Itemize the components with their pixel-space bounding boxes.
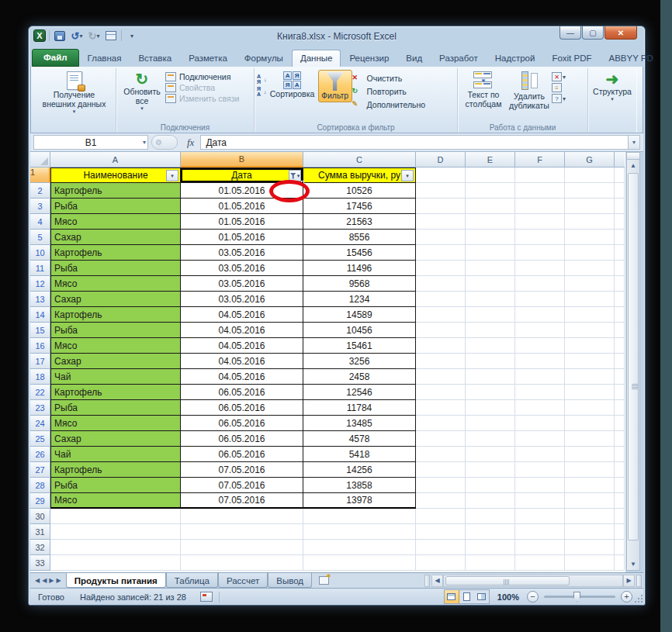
- cell-revenue-value[interactable]: 13858: [303, 478, 416, 493]
- empty-cell[interactable]: [515, 462, 565, 478]
- cell-revenue-value[interactable]: 13978: [303, 493, 416, 509]
- zoom-out-button[interactable]: −: [527, 591, 539, 603]
- consolidate-button[interactable]: ≡: [552, 83, 566, 92]
- ribbon-tab[interactable]: ABBYY PD: [601, 50, 662, 67]
- row-number[interactable]: 13: [30, 292, 50, 307]
- empty-cell[interactable]: [565, 447, 615, 462]
- empty-cell[interactable]: [416, 276, 466, 292]
- name-filter-dropdown-button[interactable]: ▾: [166, 170, 178, 181]
- empty-cell[interactable]: [515, 307, 565, 323]
- cell-revenue-value[interactable]: 2458: [303, 369, 416, 385]
- empty-cell[interactable]: [515, 400, 565, 416]
- empty-cell[interactable]: [565, 400, 615, 416]
- scroll-up-icon[interactable]: ▲: [627, 160, 639, 171]
- cell-date[interactable]: 07.05.2016: [181, 493, 303, 509]
- ribbon-tab[interactable]: Foxit PDF: [543, 50, 600, 67]
- ribbon-tab[interactable]: Файл: [32, 49, 79, 67]
- empty-cell[interactable]: [515, 369, 565, 385]
- cell-date[interactable]: [181, 524, 303, 540]
- column-header[interactable]: E: [466, 152, 515, 167]
- empty-cell[interactable]: [565, 276, 615, 292]
- cell-product-name[interactable]: Картофель: [50, 462, 181, 478]
- empty-cell[interactable]: [466, 261, 515, 276]
- cell-revenue-value[interactable]: [303, 555, 416, 571]
- empty-cell[interactable]: [416, 431, 466, 447]
- empty-cell[interactable]: [466, 307, 515, 323]
- cell-product-name[interactable]: [50, 509, 181, 524]
- empty-cell[interactable]: [416, 214, 466, 230]
- cell-revenue-value[interactable]: 15461: [303, 338, 416, 354]
- cell-revenue-value[interactable]: 13485: [303, 416, 416, 431]
- ribbon-tab[interactable]: Вставка: [130, 50, 180, 67]
- sum-filter-dropdown-button[interactable]: ▾: [401, 170, 414, 181]
- empty-cell[interactable]: [515, 540, 565, 555]
- split-handle[interactable]: [627, 153, 639, 160]
- zoom-level[interactable]: 100%: [493, 592, 524, 602]
- row-number[interactable]: 33: [30, 555, 50, 571]
- cell-revenue-value[interactable]: 5418: [303, 447, 416, 462]
- empty-cell[interactable]: [466, 338, 515, 354]
- minimize-button[interactable]: —: [559, 26, 581, 40]
- column-header[interactable]: F: [515, 152, 565, 167]
- row-number[interactable]: 25: [30, 431, 50, 447]
- zoom-in-button[interactable]: +: [621, 591, 632, 603]
- cell-date[interactable]: 04.05.2016: [181, 338, 303, 354]
- cell-date[interactable]: 06.05.2016: [181, 400, 303, 416]
- row-number[interactable]: 24: [30, 416, 50, 431]
- empty-cell[interactable]: [466, 462, 515, 478]
- empty-cell[interactable]: [565, 555, 615, 571]
- cell-product-name[interactable]: Рыба: [50, 199, 181, 214]
- empty-cell[interactable]: [515, 555, 565, 571]
- empty-cell[interactable]: [416, 385, 466, 400]
- cell-revenue-value[interactable]: 17456: [303, 199, 416, 214]
- resize-grip[interactable]: [635, 595, 643, 603]
- row-number[interactable]: 22: [30, 385, 50, 400]
- close-button[interactable]: ✕: [604, 26, 637, 40]
- cell-product-name[interactable]: Рыба: [50, 323, 181, 338]
- empty-cell[interactable]: [565, 183, 615, 199]
- empty-cell[interactable]: [565, 323, 615, 338]
- empty-cell[interactable]: [515, 276, 565, 292]
- clear-filter-button[interactable]: ✕ Очистить: [352, 72, 426, 84]
- row-number[interactable]: 12: [30, 276, 50, 292]
- cell-c1-sum-header[interactable]: Сумма выручки, ру ▾: [303, 167, 416, 183]
- row-number[interactable]: 23: [30, 400, 50, 416]
- empty-cell[interactable]: [466, 493, 515, 509]
- row-number[interactable]: 18: [30, 369, 50, 385]
- cell-revenue-value[interactable]: 21563: [303, 214, 416, 230]
- cell-revenue-value[interactable]: 12546: [303, 385, 416, 400]
- name-box[interactable]: B1▾: [33, 135, 148, 150]
- row-number[interactable]: 32: [30, 540, 50, 555]
- empty-cell[interactable]: [466, 478, 515, 493]
- cell-product-name[interactable]: Мясо: [50, 276, 181, 292]
- cell-date[interactable]: 06.05.2016: [181, 447, 303, 462]
- row-number[interactable]: 10: [30, 245, 50, 261]
- empty-cell[interactable]: [565, 493, 615, 509]
- cell-date[interactable]: 04.05.2016: [181, 354, 303, 369]
- empty-cell[interactable]: [515, 447, 565, 462]
- cell-product-name[interactable]: Чай: [50, 369, 181, 385]
- row-number[interactable]: 4: [30, 214, 50, 230]
- empty-cell[interactable]: [416, 354, 466, 369]
- horizontal-scrollbar-thumb[interactable]: [445, 576, 570, 585]
- sheet-tab[interactable]: Рассчет: [218, 573, 268, 588]
- ribbon-tab[interactable]: Разработ: [431, 50, 487, 67]
- sheet-tab[interactable]: Продукты питания: [66, 573, 166, 588]
- empty-cell[interactable]: [515, 385, 565, 400]
- scroll-down-icon[interactable]: ▼: [627, 558, 639, 570]
- empty-cell[interactable]: [565, 431, 615, 447]
- cell-date[interactable]: 01.05.2016: [181, 230, 303, 245]
- empty-cell[interactable]: [565, 462, 615, 478]
- row-number[interactable]: 11: [30, 261, 50, 276]
- empty-cell[interactable]: [466, 292, 515, 307]
- empty-cell[interactable]: [416, 447, 466, 462]
- cell-product-name[interactable]: [50, 555, 181, 571]
- scroll-left-icon[interactable]: ◀: [431, 575, 443, 587]
- empty-cell[interactable]: [515, 416, 565, 431]
- cell-date[interactable]: 07.05.2016: [181, 478, 303, 493]
- row-number[interactable]: 27: [30, 462, 50, 478]
- cell-revenue-value[interactable]: 1234: [303, 292, 416, 307]
- empty-cell[interactable]: [515, 524, 565, 540]
- first-sheet-icon[interactable]: ◀: [35, 577, 40, 584]
- empty-cell[interactable]: [466, 369, 515, 385]
